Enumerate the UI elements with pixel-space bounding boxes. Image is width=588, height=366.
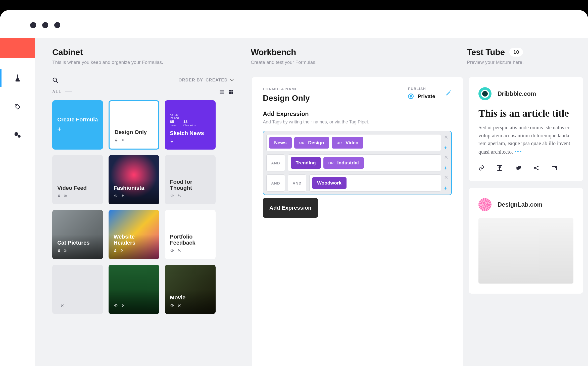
add-expression-title: Add Expression bbox=[263, 110, 452, 117]
svg-rect-21 bbox=[171, 141, 173, 142]
remove-row-icon[interactable]: ✕ bbox=[444, 174, 448, 180]
edit-icon[interactable] bbox=[445, 90, 452, 96]
sidebar-item-bubbles[interactable] bbox=[0, 128, 35, 142]
column-headers: Cabinet This is where you keep and organ… bbox=[35, 38, 588, 77]
search-icon[interactable] bbox=[52, 77, 58, 83]
article-card[interactable]: DesignLab.com bbox=[469, 188, 583, 294]
view-toggles bbox=[219, 89, 234, 94]
source-avatar bbox=[478, 198, 492, 211]
scissors-icon bbox=[64, 249, 68, 253]
and-operator: AND bbox=[266, 174, 285, 192]
expression-row: ANDTrendingORIndustrial✕+ bbox=[266, 154, 448, 171]
card-title: Cat Pictures bbox=[57, 240, 98, 246]
cabinet-filter-row: ALL bbox=[52, 89, 246, 94]
card-meta bbox=[114, 249, 154, 253]
tag-input[interactable]: NewsORDesignORVideo bbox=[266, 134, 441, 151]
formula-card[interactable]: Design Only bbox=[109, 100, 159, 150]
window-dot[interactable] bbox=[42, 22, 48, 28]
add-tag-icon[interactable]: + bbox=[444, 185, 448, 192]
svg-line-71 bbox=[535, 168, 537, 169]
card-meta bbox=[115, 138, 153, 143]
tag-input[interactable]: TrendingORIndustrial bbox=[288, 154, 441, 171]
formula-card[interactable] bbox=[109, 265, 159, 314]
svg-point-1 bbox=[16, 105, 17, 106]
card-title: Video Feed bbox=[57, 185, 98, 191]
svg-rect-6 bbox=[220, 90, 221, 91]
remove-row-icon[interactable]: ✕ bbox=[444, 154, 448, 160]
formula-card[interactable]: Video Feed bbox=[52, 155, 103, 204]
window-dot[interactable] bbox=[30, 22, 36, 28]
formula-card[interactable]: Movie bbox=[165, 265, 216, 314]
card-meta bbox=[170, 249, 211, 253]
article-card[interactable]: Dribbble.com This is an article title Se… bbox=[469, 77, 583, 181]
svg-point-24 bbox=[65, 196, 66, 197]
lock-icon bbox=[170, 139, 173, 144]
cabinet-title: Cabinet bbox=[52, 47, 246, 57]
tag-chip[interactable]: ORVideo bbox=[332, 137, 364, 149]
tag-chip[interactable]: ORIndustrial bbox=[323, 157, 364, 169]
list-view-icon[interactable] bbox=[219, 89, 224, 94]
add-tag-icon[interactable]: + bbox=[444, 165, 448, 171]
main-columns: ORDER BY CREATED ALL bbox=[35, 77, 588, 366]
tag-input[interactable]: Woodwork bbox=[309, 174, 441, 192]
sidebar-item-lab[interactable] bbox=[0, 71, 35, 85]
scissors-icon bbox=[60, 304, 64, 308]
link-icon[interactable] bbox=[478, 165, 484, 171]
svg-point-48 bbox=[178, 249, 179, 250]
facebook-icon[interactable] bbox=[497, 165, 503, 171]
tag-chip[interactable]: ORDesign bbox=[294, 137, 329, 149]
formula-card[interactable] bbox=[52, 265, 103, 314]
svg-point-44 bbox=[121, 251, 122, 252]
testtube-subtitle: Preview your Mixture here. bbox=[467, 60, 583, 65]
formula-card[interactable]: Fashionista bbox=[109, 155, 159, 204]
share-icon[interactable] bbox=[533, 165, 539, 171]
tag-chip[interactable]: Trending bbox=[291, 157, 321, 169]
formula-card[interactable]: Portfolio Feedback bbox=[165, 210, 216, 259]
svg-rect-37 bbox=[58, 250, 60, 252]
embed-icon[interactable] bbox=[551, 165, 557, 171]
row-actions: ✕+ bbox=[444, 134, 448, 151]
expression-section: Add Expression Add Tags by writing their… bbox=[263, 110, 452, 218]
brand-logo[interactable] bbox=[0, 38, 35, 58]
scissors-icon bbox=[177, 304, 181, 308]
sidebar-item-home[interactable] bbox=[0, 101, 35, 113]
more-dots-icon[interactable]: ••• bbox=[514, 149, 522, 155]
order-by-value: CREATED bbox=[206, 78, 228, 83]
svg-rect-14 bbox=[229, 92, 231, 94]
row-actions: ✕+ bbox=[444, 174, 448, 192]
card-meta bbox=[114, 194, 154, 198]
order-by-control[interactable]: ORDER BY CREATED bbox=[178, 78, 234, 83]
svg-point-27 bbox=[115, 195, 116, 196]
add-expression-subtitle: Add Tags by writing their names, or via … bbox=[263, 119, 452, 125]
formula-card[interactable]: ne FoxIceland85owns13Check-insSketch New… bbox=[165, 100, 216, 150]
formula-card[interactable]: Create Formula+ bbox=[52, 100, 103, 150]
svg-point-53 bbox=[61, 306, 62, 307]
cabinet-toolbar: ORDER BY CREATED bbox=[52, 77, 246, 83]
window-dot[interactable] bbox=[54, 22, 60, 28]
workbench-subtitle: Create and test your Formulas. bbox=[251, 60, 462, 65]
remove-row-icon[interactable]: ✕ bbox=[444, 134, 448, 140]
twitter-icon[interactable] bbox=[515, 165, 521, 171]
grid-view-icon[interactable] bbox=[229, 89, 234, 94]
formula-card[interactable]: Cat Pictures bbox=[52, 210, 103, 259]
svg-rect-11 bbox=[221, 93, 224, 94]
filter-all[interactable]: ALL bbox=[52, 89, 72, 94]
add-expression-button[interactable]: Add Expression bbox=[263, 198, 318, 218]
expression-row: ANDANDWoodwork✕+ bbox=[266, 174, 448, 192]
publish-control[interactable]: PUBLISH Private bbox=[408, 87, 435, 99]
content: Cabinet This is where you keep and organ… bbox=[35, 38, 588, 366]
tag-chip[interactable]: Woodwork bbox=[312, 177, 347, 189]
formula-card[interactable]: Food for Thought bbox=[165, 155, 216, 204]
svg-rect-73 bbox=[555, 166, 557, 168]
svg-point-57 bbox=[122, 304, 123, 305]
tag-chip[interactable]: News bbox=[269, 137, 292, 149]
svg-point-0 bbox=[17, 74, 18, 74]
formula-header: FORMULA NAME Design Only PUBLISH Private bbox=[263, 87, 452, 103]
add-tag-icon[interactable]: + bbox=[444, 145, 448, 151]
cabinet-column: ORDER BY CREATED ALL bbox=[52, 77, 246, 366]
formula-card[interactable]: Website Headers bbox=[109, 210, 159, 259]
publish-value: Private bbox=[418, 93, 435, 99]
expression-row: NewsORDesignORVideo✕+ bbox=[266, 134, 448, 151]
scissors-icon bbox=[121, 194, 125, 198]
header-cabinet: Cabinet This is where you keep and organ… bbox=[52, 47, 246, 65]
